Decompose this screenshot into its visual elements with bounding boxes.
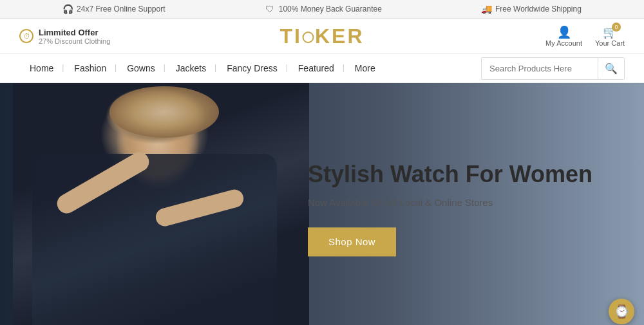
shield-icon: 🛡 (265, 4, 275, 14)
search-button[interactable]: 🔍 (598, 58, 624, 79)
headset-icon: 🎧 (62, 4, 73, 14)
nav-featured[interactable]: Featured (288, 54, 345, 82)
header-actions: 👤 My Account 🛒 0 Your Cart (545, 25, 625, 47)
hair-layer (109, 86, 219, 138)
cart-icon: 🛒 0 (603, 25, 617, 39)
cart-badge: 0 (612, 23, 621, 32)
account-icon: 👤 (557, 25, 571, 39)
search-bar: 🔍 (481, 57, 625, 80)
nav-fashion[interactable]: Fashion (64, 54, 117, 82)
nav-jackets[interactable]: Jackets (166, 54, 216, 82)
nav-more[interactable]: More (345, 54, 386, 82)
cart-label: Your Cart (595, 39, 625, 47)
shipping-item: 🚚 Free Worldwide Shipping (481, 4, 582, 14)
hero-content: Stylish Watch For Women Now Available On… (308, 160, 592, 256)
support-label: 24x7 Free Online Support (77, 5, 165, 14)
search-input[interactable] (482, 59, 598, 78)
offer-text: Limmited Offer 27% Discount Clothing (39, 28, 110, 45)
navigation: Home Fashion Gowns Jackets Fancy Dress F… (0, 54, 644, 83)
money-back-label: 100% Money Back Guarantee (279, 5, 382, 14)
hero-subtitle: Now Available On All Local & Online Stor… (308, 198, 592, 209)
nav-fancy-dress[interactable]: Fancy Dress (216, 54, 288, 82)
clothing-layer (32, 154, 277, 325)
nav-home[interactable]: Home (19, 54, 64, 82)
top-bar: 🎧 24x7 Free Online Support 🛡 100% Money … (0, 0, 644, 19)
nav-gowns[interactable]: Gowns (117, 54, 166, 82)
truck-icon: 🚚 (481, 4, 491, 14)
hero-model-figure (13, 83, 309, 325)
money-back-item: 🛡 100% Money Back Guarantee (265, 4, 382, 14)
account-label: My Account (545, 39, 582, 47)
support-item: 🎧 24x7 Free Online Support (62, 4, 165, 14)
site-logo[interactable]: TI KER (280, 24, 365, 48)
header: ⏱ Limmited Offer 27% Discount Clothing T… (0, 19, 644, 54)
shipping-label: Free Worldwide Shipping (495, 5, 582, 14)
shop-now-button[interactable]: Shop Now (308, 228, 396, 257)
nav-links: Home Fashion Gowns Jackets Fancy Dress F… (19, 54, 386, 82)
hero-title: Stylish Watch For Women (308, 160, 592, 188)
offer-subtitle: 27% Discount Clothing (39, 37, 110, 45)
offer-section: ⏱ Limmited Offer 27% Discount Clothing (19, 28, 110, 45)
offer-title: Limmited Offer (39, 28, 110, 37)
watch-icon[interactable]: ⌚ (609, 299, 634, 324)
cart-button[interactable]: 🛒 0 Your Cart (595, 25, 625, 47)
my-account-button[interactable]: 👤 My Account (545, 25, 582, 47)
hero-section: Stylish Watch For Women Now Available On… (0, 83, 644, 325)
clock-icon: ⏱ (19, 29, 33, 43)
